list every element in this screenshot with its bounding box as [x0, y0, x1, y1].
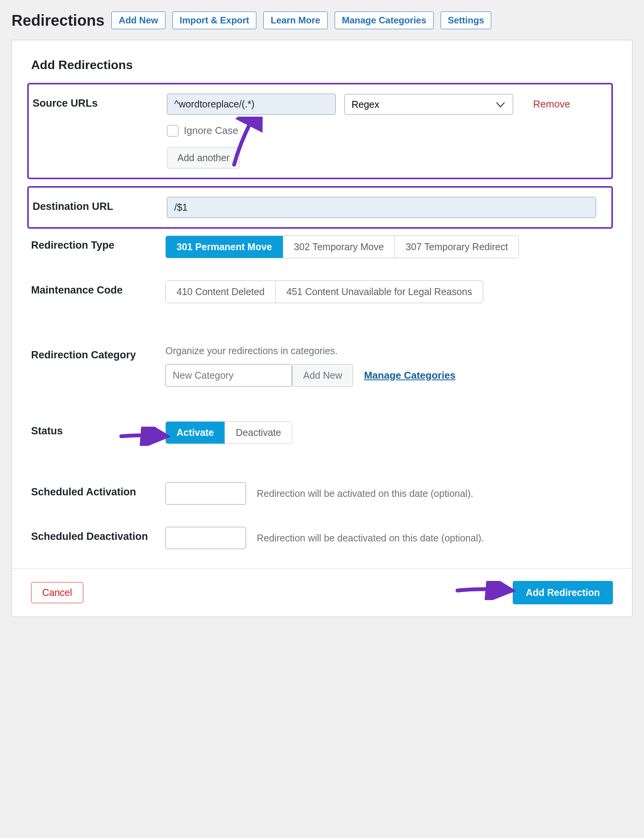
category-add-button[interactable]: Add New: [292, 364, 353, 387]
maintenance-label: Maintenance Code: [31, 280, 165, 296]
scheduled-deactivation-label: Scheduled Deactivation: [31, 527, 165, 543]
add-redirection-button[interactable]: Add Redirection: [513, 581, 613, 604]
manage-categories-link[interactable]: Manage Categories: [364, 370, 455, 381]
page-header: Redirections Add New Import & Export Lea…: [12, 12, 632, 29]
scheduled-deactivation-input[interactable]: [165, 527, 246, 549]
settings-button[interactable]: Settings: [441, 12, 492, 29]
scheduled-activation-hint: Redirection will be activated on this da…: [257, 488, 473, 499]
category-label: Redirection Category: [31, 345, 165, 361]
ignore-case-checkbox[interactable]: [167, 125, 178, 137]
destination-url-input[interactable]: [167, 197, 596, 218]
match-type-select[interactable]: Regex: [344, 94, 513, 115]
source-label: Source URLs: [33, 94, 167, 109]
redir-307-button[interactable]: 307 Temporary Redirect: [395, 236, 519, 258]
cancel-button[interactable]: Cancel: [31, 582, 83, 603]
panel-title: Add Redirections: [31, 58, 613, 72]
activate-button[interactable]: Activate: [166, 422, 225, 444]
source-highlight: Source URLs Regex Remove: [27, 83, 613, 179]
redirection-type-label: Redirection Type: [31, 236, 165, 251]
maint-451-button[interactable]: 451 Content Unavailable for Legal Reason…: [276, 281, 483, 303]
page-title: Redirections: [12, 12, 104, 29]
deactivate-button[interactable]: Deactivate: [225, 422, 292, 444]
import-export-button[interactable]: Import & Export: [172, 12, 256, 29]
panel-footer: Cancel Add Redirection: [12, 568, 632, 617]
destination-label: Destination URL: [33, 197, 167, 213]
add-redirections-panel: Add Redirections Source URLs Regex: [12, 40, 632, 617]
status-group: Activate Deactivate: [165, 421, 292, 444]
annotation-arrow-icon: [119, 427, 173, 446]
category-help: Organize your redirections in categories…: [165, 345, 613, 356]
annotation-arrow-icon: [221, 117, 263, 167]
redirection-type-group: 301 Permanent Move 302 Temporary Move 30…: [165, 236, 519, 258]
add-new-button[interactable]: Add New: [111, 12, 165, 29]
annotation-arrow-icon: [456, 581, 517, 600]
new-category-input[interactable]: [165, 364, 292, 387]
remove-source-link[interactable]: Remove: [533, 98, 570, 110]
source-url-input[interactable]: [167, 94, 336, 115]
maintenance-group: 410 Content Deleted 451 Content Unavaila…: [165, 280, 483, 303]
redir-301-button[interactable]: 301 Permanent Move: [166, 236, 283, 258]
learn-more-button[interactable]: Learn More: [263, 12, 327, 29]
maint-410-button[interactable]: 410 Content Deleted: [166, 281, 276, 303]
scheduled-activation-input[interactable]: [165, 482, 246, 505]
scheduled-activation-label: Scheduled Activation: [31, 482, 165, 498]
manage-categories-button[interactable]: Manage Categories: [335, 12, 434, 29]
redir-302-button[interactable]: 302 Temporary Move: [283, 236, 395, 258]
destination-highlight: Destination URL: [27, 186, 613, 229]
scheduled-deactivation-hint: Redirection will be deactivated on this …: [257, 533, 484, 544]
